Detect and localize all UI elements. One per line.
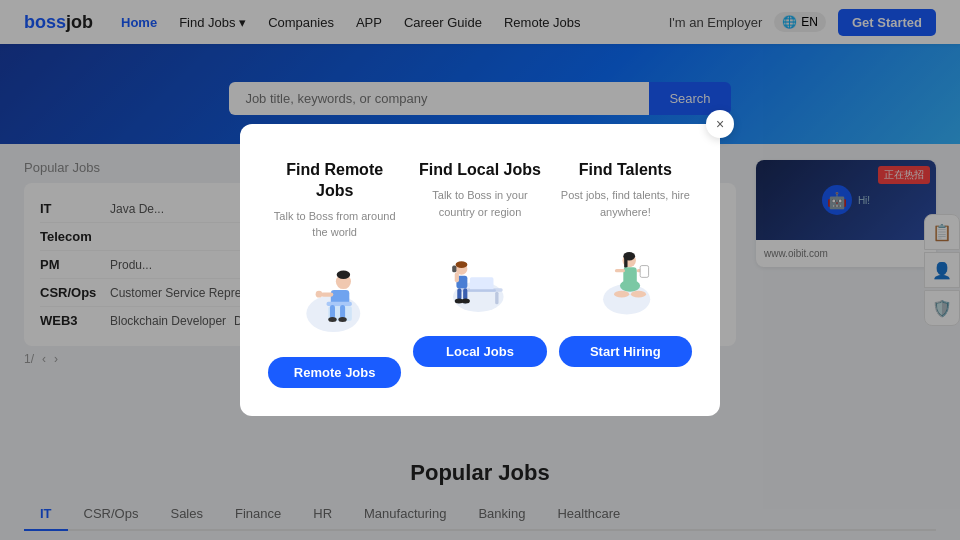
svg-rect-3	[326, 302, 351, 306]
svg-point-8	[338, 317, 346, 322]
svg-rect-23	[463, 288, 467, 300]
svg-point-26	[456, 261, 468, 268]
svg-rect-15	[495, 292, 498, 305]
modal-col-talents: Find Talents Post jobs, find talents, hi…	[559, 160, 692, 388]
modal: × Find Remote Jobs Talk to Boss from aro…	[240, 124, 720, 416]
svg-point-7	[328, 317, 336, 322]
modal-close-button[interactable]: ×	[706, 110, 734, 138]
modal-title-remote: Find Remote Jobs	[268, 160, 401, 202]
svg-point-25	[461, 298, 469, 303]
svg-point-11	[336, 270, 349, 278]
svg-rect-37	[640, 266, 648, 278]
svg-rect-16	[470, 277, 494, 290]
svg-point-36	[631, 291, 646, 298]
svg-rect-17	[467, 289, 496, 292]
remote-jobs-button[interactable]: Remote Jobs	[268, 357, 401, 388]
modal-desc-talents: Post jobs, find talents, hire anywhere!	[559, 187, 692, 220]
modal-title-talents: Find Talents	[579, 160, 672, 181]
local-jobs-button[interactable]: Local Jobs	[413, 336, 546, 367]
modal-figure-talents	[585, 232, 665, 322]
modal-title-local: Find Local Jobs	[419, 160, 541, 181]
modal-col-remote: Find Remote Jobs Talk to Boss from aroun…	[268, 160, 401, 388]
start-hiring-button[interactable]: Start Hiring	[559, 336, 692, 367]
svg-rect-22	[457, 288, 461, 300]
overlay[interactable]: × Find Remote Jobs Talk to Boss from aro…	[0, 0, 960, 540]
modal-desc-local: Talk to Boss in your country or region	[413, 187, 546, 220]
svg-rect-5	[330, 305, 335, 318]
modal-col-local: Find Local Jobs Talk to Boss in your cou…	[413, 160, 546, 388]
svg-rect-21	[452, 266, 456, 273]
svg-rect-30	[624, 256, 627, 268]
modal-desc-remote: Talk to Boss from around the world	[268, 208, 401, 241]
svg-point-35	[614, 291, 629, 298]
modal-figure-local	[440, 232, 520, 322]
svg-rect-33	[615, 269, 625, 272]
svg-rect-6	[340, 305, 345, 318]
svg-rect-9	[320, 292, 333, 296]
svg-point-10	[315, 291, 322, 298]
svg-point-34	[620, 280, 640, 292]
svg-rect-20	[455, 272, 459, 282]
modal-figure-remote	[295, 253, 375, 343]
